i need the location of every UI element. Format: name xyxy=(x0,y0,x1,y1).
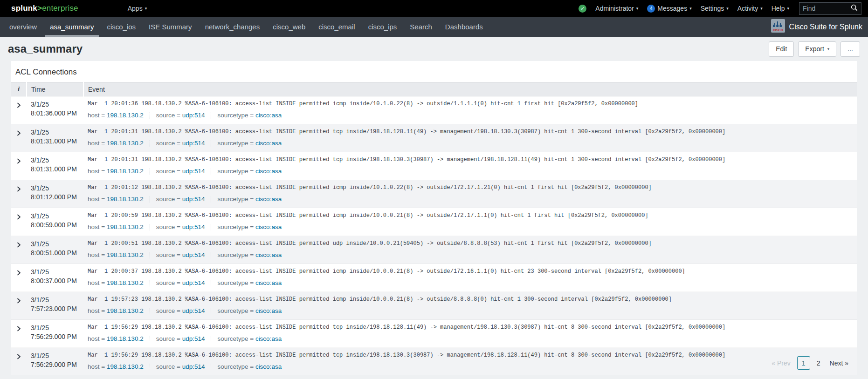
sourcetype-value[interactable]: cisco:asa xyxy=(255,335,282,342)
export-button[interactable]: Export ▾ xyxy=(798,41,836,57)
pagination-next[interactable]: Next » xyxy=(830,359,848,367)
expand-event-chevron-icon[interactable] xyxy=(11,96,27,124)
host-label: host = xyxy=(88,363,107,370)
pagination-page-2[interactable]: 2 xyxy=(813,359,824,367)
source-value[interactable]: udp:514 xyxy=(182,196,205,203)
event-cell: Mar 1 19:57:23 198.18.130.2 %ASA-6-10610… xyxy=(83,292,857,320)
expand-event-chevron-icon[interactable] xyxy=(11,180,27,208)
sourcetype-value[interactable]: cisco:asa xyxy=(255,196,282,203)
host-value[interactable]: 198.18.130.2 xyxy=(107,307,144,314)
sourcetype-value[interactable]: cisco:asa xyxy=(255,279,282,286)
host-value[interactable]: 198.18.130.2 xyxy=(107,363,144,370)
source-value[interactable]: udp:514 xyxy=(182,363,205,370)
meta-separator xyxy=(211,280,211,286)
tab-asa-summary[interactable]: asa_summary xyxy=(43,17,100,37)
expand-event-chevron-icon[interactable] xyxy=(11,264,27,292)
expand-event-chevron-icon[interactable] xyxy=(11,152,27,180)
expand-event-chevron-icon[interactable] xyxy=(11,348,27,376)
search-icon[interactable] xyxy=(851,4,858,13)
sourcetype-value[interactable]: cisco:asa xyxy=(255,251,282,258)
edit-button[interactable]: Edit xyxy=(769,41,794,57)
meta-separator xyxy=(150,140,150,147)
sourcetype-field: sourcetype = cisco:asa xyxy=(217,168,282,175)
host-value[interactable]: 198.18.130.2 xyxy=(107,223,144,230)
tab-ise-summary[interactable]: ISE Summary xyxy=(142,17,199,37)
event-row: 3/1/258:00:59.000 PMMar 1 20:00:59 198.1… xyxy=(11,208,857,236)
host-field: host = 198.18.130.2 xyxy=(88,363,144,371)
column-header-time[interactable]: Time xyxy=(27,82,83,96)
meta-separator xyxy=(150,196,150,203)
source-value[interactable]: udp:514 xyxy=(182,251,205,258)
sourcetype-value[interactable]: cisco:asa xyxy=(255,223,282,230)
page-header: asa_summary Edit Export ▾ ... xyxy=(0,37,868,61)
expand-event-chevron-icon[interactable] xyxy=(11,124,27,152)
host-field: host = 198.18.130.2 xyxy=(88,223,144,231)
settings-menu[interactable]: Settings ▾ xyxy=(701,5,729,12)
sourcetype-value[interactable]: cisco:asa xyxy=(255,307,282,314)
tab-network-changes[interactable]: network_changes xyxy=(199,17,267,37)
event-meta: host = 198.18.130.2source = udp:514sourc… xyxy=(88,251,857,259)
event-row: 3/1/258:01:12.000 PMMar 1 20:01:12 198.1… xyxy=(11,180,857,208)
sourcetype-value[interactable]: cisco:asa xyxy=(255,363,282,370)
tab-cisco-ips[interactable]: cisco_ips xyxy=(362,17,404,37)
source-value[interactable]: udp:514 xyxy=(182,112,205,119)
event-date: 3/1/25 xyxy=(31,296,83,305)
sourcetype-field: sourcetype = cisco:asa xyxy=(217,140,282,147)
tab-cisco-web[interactable]: cisco_web xyxy=(266,17,312,37)
apps-menu[interactable]: Apps ▾ xyxy=(128,5,147,12)
meta-separator xyxy=(211,140,211,147)
event-meta: host = 198.18.130.2source = udp:514sourc… xyxy=(88,168,857,175)
tab-overview[interactable]: overview xyxy=(3,17,43,37)
source-value[interactable]: udp:514 xyxy=(182,307,205,314)
host-value[interactable]: 198.18.130.2 xyxy=(107,196,144,203)
column-header-event[interactable]: Event xyxy=(83,82,857,96)
source-value[interactable]: udp:514 xyxy=(182,335,205,342)
host-value[interactable]: 198.18.130.2 xyxy=(107,335,144,342)
panel-title: ACL Connections xyxy=(11,61,857,82)
expand-event-chevron-icon[interactable] xyxy=(11,236,27,264)
sourcetype-label: sourcetype = xyxy=(217,140,255,147)
more-actions-button[interactable]: ... xyxy=(840,41,860,57)
source-value[interactable]: udp:514 xyxy=(182,140,205,147)
find-search-box[interactable] xyxy=(799,2,861,15)
host-value[interactable]: 198.18.130.2 xyxy=(107,112,144,119)
help-menu[interactable]: Help ▾ xyxy=(772,5,789,12)
pagination-page-1[interactable]: 1 xyxy=(797,356,810,370)
sourcetype-value[interactable]: cisco:asa xyxy=(255,168,282,175)
sourcetype-field: sourcetype = cisco:asa xyxy=(217,279,282,287)
tab-search[interactable]: Search xyxy=(403,17,439,37)
event-clock-time: 7:56:29.000 PM xyxy=(31,332,83,341)
expand-event-chevron-icon[interactable] xyxy=(11,292,27,320)
host-value[interactable]: 198.18.130.2 xyxy=(107,279,144,286)
user-menu[interactable]: Administrator ▾ xyxy=(595,5,638,12)
messages-menu[interactable]: 4 Messages ▾ xyxy=(647,5,691,13)
event-clock-time: 8:00:59.000 PM xyxy=(31,221,83,230)
expand-event-chevron-icon[interactable] xyxy=(11,320,27,348)
top-bar: splunk>enterprise Apps ▾ ✓ Administrator… xyxy=(0,0,868,17)
health-check-icon[interactable]: ✓ xyxy=(579,5,586,13)
meta-separator xyxy=(150,308,150,314)
sourcetype-label: sourcetype = xyxy=(217,363,255,370)
source-label: source = xyxy=(156,335,182,342)
host-value[interactable]: 198.18.130.2 xyxy=(107,168,144,175)
source-value[interactable]: udp:514 xyxy=(182,168,205,175)
source-label: source = xyxy=(156,279,182,286)
activity-menu[interactable]: Activity ▾ xyxy=(737,5,763,12)
event-row: 3/1/257:56:29.000 PMMar 1 19:56:29 198.1… xyxy=(11,348,857,376)
sourcetype-value[interactable]: cisco:asa xyxy=(255,112,282,119)
tab-cisco-email[interactable]: cisco_email xyxy=(312,17,361,37)
tab-dashboards[interactable]: Dashboards xyxy=(439,17,489,37)
splunk-logo-product: enterprise xyxy=(42,4,78,13)
host-value[interactable]: 198.18.130.2 xyxy=(107,251,144,258)
source-value[interactable]: udp:514 xyxy=(182,223,205,230)
column-header-info[interactable]: i xyxy=(11,82,27,96)
source-value[interactable]: udp:514 xyxy=(182,279,205,286)
source-label: source = xyxy=(156,112,182,119)
caret-down-icon: ▾ xyxy=(689,7,692,11)
sourcetype-value[interactable]: cisco:asa xyxy=(255,140,282,147)
pagination-prev[interactable]: « Prev xyxy=(772,359,790,367)
tab-cisco-ios[interactable]: cisco_ios xyxy=(100,17,142,37)
find-search-input[interactable] xyxy=(803,5,851,12)
host-value[interactable]: 198.18.130.2 xyxy=(107,140,144,147)
expand-event-chevron-icon[interactable] xyxy=(11,208,27,236)
